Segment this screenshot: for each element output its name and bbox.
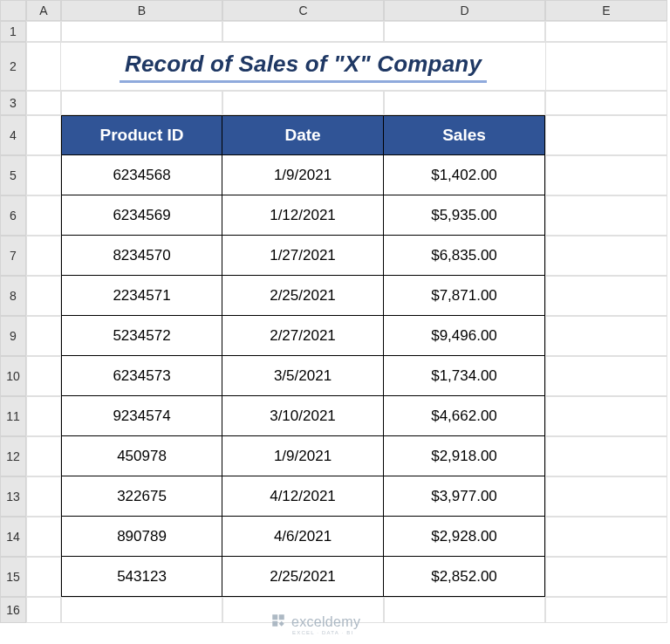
cell[interactable]: [545, 597, 667, 623]
cell[interactable]: [26, 396, 61, 436]
col-header-e[interactable]: E: [545, 0, 667, 21]
row-header-6[interactable]: 6: [0, 195, 26, 236]
row-header-3[interactable]: 3: [0, 91, 26, 115]
cell-date[interactable]: 3/10/2021: [222, 396, 384, 436]
cell-product-id[interactable]: 450978: [61, 436, 222, 476]
cell-date[interactable]: 2/27/2021: [222, 316, 384, 356]
cell[interactable]: [545, 517, 667, 557]
cell-sales[interactable]: $6,835.00: [384, 236, 545, 276]
cell[interactable]: [26, 42, 61, 91]
cell-sales[interactable]: $4,662.00: [384, 396, 545, 436]
col-header-d[interactable]: D: [384, 0, 545, 21]
cell[interactable]: [545, 436, 667, 476]
cell-sales[interactable]: $7,871.00: [384, 276, 545, 316]
row-header-1[interactable]: 1: [0, 21, 26, 42]
cell[interactable]: [545, 91, 667, 115]
cell[interactable]: [26, 115, 61, 155]
cell-product-id[interactable]: 5234572: [61, 316, 222, 356]
cell-product-id[interactable]: 6234569: [61, 195, 222, 236]
title-cell[interactable]: Record of Sales of "X" Company: [61, 42, 545, 91]
cell[interactable]: [26, 91, 61, 115]
cell-sales[interactable]: $5,935.00: [384, 195, 545, 236]
cell[interactable]: [61, 597, 222, 623]
row-header-7[interactable]: 7: [0, 236, 26, 276]
cell[interactable]: [26, 597, 61, 623]
col-header-b[interactable]: B: [61, 0, 222, 21]
cell-date[interactable]: 3/5/2021: [222, 356, 384, 396]
cell[interactable]: [384, 597, 545, 623]
cell-sales[interactable]: $2,918.00: [384, 436, 545, 476]
cell[interactable]: [545, 557, 667, 597]
cell-date[interactable]: 1/9/2021: [222, 436, 384, 476]
row-header-11[interactable]: 11: [0, 396, 26, 436]
cell[interactable]: [545, 276, 667, 316]
cell[interactable]: [545, 21, 667, 42]
col-header-a[interactable]: A: [26, 0, 61, 21]
table-header-product-id[interactable]: Product ID: [61, 115, 222, 155]
row-header-5[interactable]: 5: [0, 155, 26, 195]
cell[interactable]: [545, 236, 667, 276]
cell-date[interactable]: 2/25/2021: [222, 276, 384, 316]
select-all-corner[interactable]: [0, 0, 26, 21]
cell-product-id[interactable]: 2234571: [61, 276, 222, 316]
row-header-8[interactable]: 8: [0, 276, 26, 316]
cell[interactable]: [545, 195, 667, 236]
cell-date[interactable]: 4/6/2021: [222, 517, 384, 557]
cell-product-id[interactable]: 6234573: [61, 356, 222, 396]
cell[interactable]: [222, 21, 384, 42]
row-header-9[interactable]: 9: [0, 316, 26, 356]
row-header-15[interactable]: 15: [0, 557, 26, 597]
cell[interactable]: [222, 91, 384, 115]
cell[interactable]: [26, 195, 61, 236]
cell-product-id[interactable]: 543123: [61, 557, 222, 597]
row-header-2[interactable]: 2: [0, 42, 26, 91]
row-header-10[interactable]: 10: [0, 356, 26, 396]
cell[interactable]: [26, 436, 61, 476]
table-header-date[interactable]: Date: [222, 115, 384, 155]
cell[interactable]: [26, 276, 61, 316]
cell[interactable]: [26, 557, 61, 597]
cell-sales[interactable]: $1,734.00: [384, 356, 545, 396]
cell-sales[interactable]: $2,928.00: [384, 517, 545, 557]
cell[interactable]: [61, 91, 222, 115]
cell-sales[interactable]: $1,402.00: [384, 155, 545, 195]
cell[interactable]: [26, 155, 61, 195]
cell-date[interactable]: 2/25/2021: [222, 557, 384, 597]
cell-sales[interactable]: $3,977.00: [384, 476, 545, 517]
cell[interactable]: [545, 476, 667, 517]
cell[interactable]: [384, 91, 545, 115]
col-header-c[interactable]: C: [222, 0, 384, 21]
cell-sales[interactable]: $2,852.00: [384, 557, 545, 597]
cell[interactable]: [545, 396, 667, 436]
row-header-12[interactable]: 12: [0, 436, 26, 476]
cell[interactable]: [545, 115, 667, 155]
cell-date[interactable]: 1/9/2021: [222, 155, 384, 195]
cell-product-id[interactable]: 322675: [61, 476, 222, 517]
cell[interactable]: [26, 21, 61, 42]
cell-date[interactable]: 4/12/2021: [222, 476, 384, 517]
row-header-14[interactable]: 14: [0, 517, 26, 557]
cell-sales[interactable]: $9,496.00: [384, 316, 545, 356]
page-title: Record of Sales of "X" Company: [120, 50, 487, 83]
cell-product-id[interactable]: 890789: [61, 517, 222, 557]
cell[interactable]: [384, 21, 545, 42]
row-header-4[interactable]: 4: [0, 115, 26, 155]
cell[interactable]: [26, 316, 61, 356]
cell[interactable]: [26, 356, 61, 396]
cell-date[interactable]: 1/12/2021: [222, 195, 384, 236]
cell[interactable]: [61, 21, 222, 42]
cell[interactable]: [545, 42, 667, 91]
cell[interactable]: [26, 236, 61, 276]
row-header-13[interactable]: 13: [0, 476, 26, 517]
cell[interactable]: [26, 517, 61, 557]
cell[interactable]: [545, 155, 667, 195]
cell-product-id[interactable]: 6234568: [61, 155, 222, 195]
cell-product-id[interactable]: 8234570: [61, 236, 222, 276]
cell-product-id[interactable]: 9234574: [61, 396, 222, 436]
cell[interactable]: [26, 476, 61, 517]
cell-date[interactable]: 1/27/2021: [222, 236, 384, 276]
cell[interactable]: [545, 356, 667, 396]
row-header-16[interactable]: 16: [0, 597, 26, 623]
cell[interactable]: [545, 316, 667, 356]
table-header-sales[interactable]: Sales: [384, 115, 545, 155]
